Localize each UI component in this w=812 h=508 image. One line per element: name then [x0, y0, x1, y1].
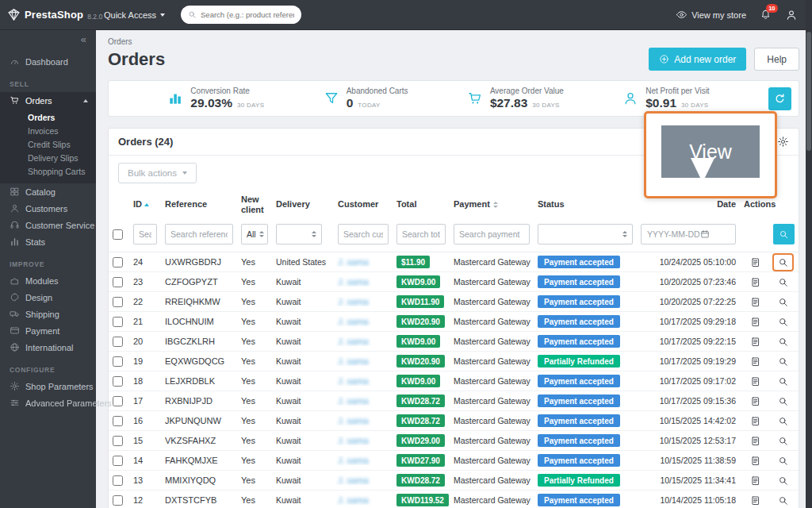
order-row[interactable]: 22 RREIQHKMW Yes Kuwait J. sama KWD11.90… [109, 292, 799, 312]
filter-submit-button[interactable] [773, 224, 795, 244]
sidebar-item-dashboard[interactable]: Dashboard [0, 53, 96, 70]
filter-reference-input[interactable] [165, 224, 233, 244]
sidebar-item-shipping[interactable]: Shipping [0, 306, 96, 322]
row-select-checkbox[interactable] [113, 416, 123, 426]
column-header-payment[interactable]: Payment [450, 198, 534, 211]
customer-name-link[interactable]: J. sama [338, 495, 369, 505]
invoice-document-button[interactable] [747, 494, 764, 508]
column-header-date[interactable]: Date [637, 198, 740, 211]
order-row[interactable]: 19 EQXWGDQCG Yes Kuwait J. sama KWD20.90… [109, 352, 799, 371]
view-order-button[interactable] [775, 256, 792, 270]
bulk-actions-button[interactable]: Bulk actions [118, 163, 197, 183]
row-select-checkbox[interactable] [113, 337, 123, 347]
invoice-document-button[interactable] [747, 256, 764, 270]
row-select-checkbox[interactable] [113, 277, 123, 287]
sidebar-item-catalog[interactable]: Catalog [0, 183, 96, 200]
sidebar-item-customer-service[interactable]: Customer Service [0, 217, 96, 233]
sidebar-subitem-credit-slips[interactable]: Credit Slips [0, 137, 96, 151]
filter-date-input[interactable]: YYYY-MM-DD [641, 224, 736, 244]
sidebar-subitem-orders[interactable]: Orders [0, 110, 96, 124]
order-row[interactable]: 15 VKZSFAHXZ Yes Kuwait J. sama KWD29.00… [109, 431, 799, 451]
column-header-customer[interactable]: Customer [334, 198, 393, 211]
invoice-document-button[interactable] [747, 355, 764, 369]
page-scrollbar[interactable] [806, 0, 812, 508]
view-order-button[interactable] [775, 414, 792, 429]
column-header-id[interactable]: ID [129, 198, 161, 211]
sidebar-item-advanced-parameters[interactable]: Advanced Parameters [0, 394, 96, 411]
grid-settings-gear-icon[interactable] [777, 136, 789, 148]
view-order-button[interactable] [775, 454, 792, 468]
notifications-button[interactable]: 10 [760, 9, 772, 21]
row-select-checkbox[interactable] [113, 297, 123, 307]
invoice-document-button[interactable] [747, 394, 764, 409]
sidebar-item-orders[interactable]: Orders [0, 92, 96, 109]
customer-name-link[interactable]: J. sama [338, 376, 369, 386]
filter-total-input[interactable] [396, 224, 446, 244]
customer-name-link[interactable]: J. sama [338, 337, 369, 346]
view-order-button[interactable] [775, 434, 792, 448]
header-search-input[interactable] [201, 10, 294, 19]
view-order-button[interactable] [775, 275, 792, 290]
column-header-reference[interactable]: Reference [161, 198, 237, 211]
view-order-button[interactable] [775, 355, 792, 369]
order-row[interactable]: 13 MMIXIYQDQ Yes Kuwait J. sama KWD28.72… [109, 471, 799, 491]
row-select-checkbox[interactable] [113, 475, 123, 486]
help-button[interactable]: Help [754, 48, 799, 71]
order-row[interactable]: 24 UXWRGBDRJ Yes United States J. sama $… [109, 252, 799, 272]
filter-delivery-select[interactable] [276, 224, 322, 244]
customer-name-link[interactable]: J. sama [338, 257, 369, 267]
view-order-button[interactable] [775, 375, 792, 389]
invoice-document-button[interactable] [747, 454, 764, 468]
row-select-checkbox[interactable] [113, 495, 123, 506]
row-select-checkbox[interactable] [113, 317, 123, 327]
row-select-checkbox[interactable] [113, 436, 123, 446]
filter-customer-input[interactable] [338, 224, 389, 244]
order-row[interactable]: 18 LEJXRDBLK Yes Kuwait J. sama KWD9.00 … [109, 371, 799, 391]
order-row[interactable]: 17 RXBNIJPJD Yes Kuwait J. sama KWD28.72… [109, 391, 799, 411]
refresh-kpis-button[interactable] [768, 87, 791, 110]
invoice-document-button[interactable] [747, 434, 764, 448]
filter-payment-input[interactable] [454, 224, 530, 244]
sidebar-subitem-invoices[interactable]: Invoices [0, 124, 96, 137]
row-select-checkbox[interactable] [113, 356, 123, 367]
view-order-button[interactable] [775, 474, 792, 488]
customer-name-link[interactable]: J. sama [338, 456, 369, 465]
row-select-checkbox[interactable] [113, 376, 123, 387]
customer-name-link[interactable]: J. sama [338, 416, 369, 425]
view-order-button[interactable] [775, 494, 792, 508]
prestashop-logo[interactable]: PrestaShop 8.2.0 [0, 8, 96, 21]
customer-name-link[interactable]: J. sama [338, 356, 369, 366]
sidebar-item-international[interactable]: International [0, 339, 96, 356]
invoice-document-button[interactable] [747, 295, 764, 310]
quick-access-menu[interactable]: Quick Access [104, 10, 165, 20]
sidebar-item-customers[interactable]: Customers [0, 200, 96, 217]
column-header-status[interactable]: Status [534, 198, 637, 211]
customer-name-link[interactable]: J. sama [338, 317, 369, 326]
sidebar-item-stats[interactable]: Stats [0, 233, 96, 250]
sidebar-subitem-delivery-slips[interactable]: Delivery Slips [0, 151, 96, 164]
order-row[interactable]: 20 IBGCZKLRH Yes Kuwait J. sama KWD9.00 … [109, 332, 799, 352]
order-row[interactable]: 12 DXTSTCFYB Yes Kuwait J. sama KWD119.5… [109, 491, 799, 508]
sidebar-collapse-button[interactable]: « [81, 34, 86, 44]
invoice-document-button[interactable] [747, 315, 764, 329]
order-row[interactable]: 16 JKPUNQUNW Yes Kuwait J. sama KWD28.72… [109, 411, 799, 431]
view-order-button[interactable] [775, 295, 792, 310]
sidebar-item-design[interactable]: Design [0, 289, 96, 306]
view-order-button[interactable] [775, 394, 792, 409]
invoice-document-button[interactable] [747, 275, 764, 290]
filter-status-select[interactable] [538, 224, 633, 244]
sidebar-item-shop-parameters[interactable]: Shop Parameters [0, 378, 96, 394]
profile-button[interactable] [785, 9, 798, 21]
customer-name-link[interactable]: J. sama [338, 277, 369, 287]
row-select-checkbox[interactable] [113, 396, 123, 406]
row-select-checkbox[interactable] [113, 257, 123, 267]
view-my-store-link[interactable]: View my store [676, 9, 746, 21]
invoice-document-button[interactable] [747, 335, 764, 349]
select-all-checkbox[interactable] [113, 229, 123, 240]
order-row[interactable]: 23 CZFOGPYZT Yes Kuwait J. sama KWD9.00 … [109, 272, 799, 292]
sidebar-item-payment[interactable]: Payment [0, 322, 96, 339]
sidebar-subitem-shopping-carts[interactable]: Shopping Carts [0, 164, 96, 178]
order-row[interactable]: 14 FAHKQMJXE Yes Kuwait J. sama KWD27.90… [109, 451, 799, 471]
column-header-delivery[interactable]: Delivery [272, 198, 334, 211]
view-order-button[interactable] [775, 335, 792, 349]
